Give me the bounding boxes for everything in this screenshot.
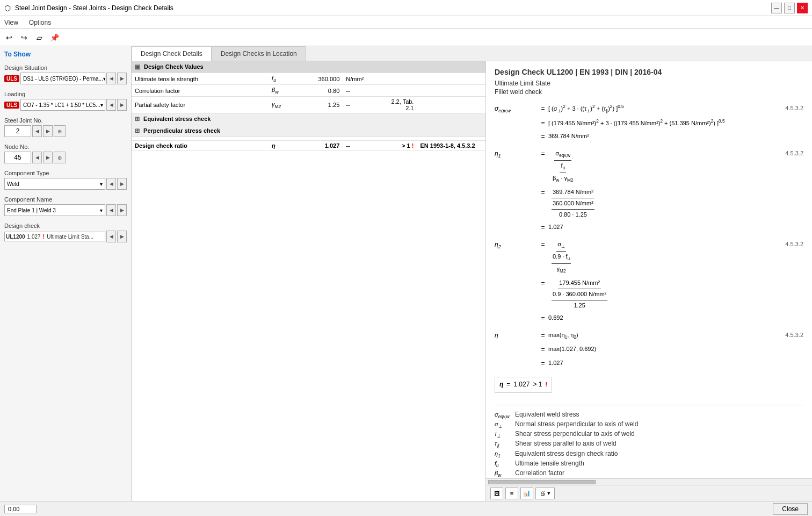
loading-prev[interactable]: ◀	[106, 99, 116, 111]
eta2-inner-val-fraction: 0.9 · 360.000 N/mm² 1.25	[552, 289, 607, 311]
node-no-prev[interactable]: ◀	[32, 152, 42, 163]
sigma-ref: 4.5.3.2	[771, 103, 803, 114]
eta-ref: 4.5.3.2	[771, 330, 803, 341]
right-panel: Design Check UL1200 | EN 1993 | DIN | 20…	[486, 61, 812, 501]
loading-section: Loading ULS CO7 - 1.35 * LC1 + 1.50 * LC…	[4, 91, 127, 113]
menu-options[interactable]: Options	[27, 18, 53, 27]
row-name-corr: Correlation factor	[132, 85, 269, 97]
formula-btn-1[interactable]: 🖼	[490, 488, 503, 499]
node-no-value[interactable]: 45	[4, 152, 31, 163]
design-check-section: Design check UL1200 1.027 ! Ultimate Lim…	[4, 223, 127, 245]
close-button[interactable]: Close	[773, 503, 808, 515]
design-check-value: 1.027	[27, 234, 41, 240]
component-name-next[interactable]: ▶	[117, 204, 127, 216]
eta2-fraction: σ⊥ 0.9 · fu γM2	[549, 239, 573, 276]
joint-no-section: Steel Joint No. 2 ◀ ▶ ⊕	[4, 117, 127, 139]
design-situation-prev[interactable]: ◀	[106, 73, 116, 84]
row-unit-safety: --	[343, 97, 382, 113]
joint-no-prev[interactable]: ◀	[32, 125, 42, 137]
legend-desc-7: Correlation factor	[515, 469, 564, 477]
equiv-expand-icon[interactable]: ⊞	[135, 116, 140, 122]
eta1-inner-val-num: 360.000 N/mm²	[552, 198, 595, 210]
eta-highlighted-label: η	[499, 379, 503, 391]
design-check-next[interactable]: ▶	[117, 231, 127, 242]
ratio-val: 1.027	[297, 141, 343, 151]
design-situation-next[interactable]: ▶	[117, 73, 127, 84]
legend-sym-2: σ⊥	[495, 421, 511, 429]
node-no-control: 45 ◀ ▶ ⊕	[4, 152, 127, 163]
tab-bar: Design Check Details Design Checks in Lo…	[132, 46, 812, 61]
legend-row-2: σ⊥ Normal stress perpendicular to axis o…	[495, 420, 803, 429]
joint-no-pick[interactable]: ⊕	[54, 125, 66, 137]
formula-btn-4[interactable]: 🖨 ▾	[535, 488, 555, 499]
eta1-den: fu βw · γM2	[549, 161, 576, 185]
eta-highlighted-exclamation: !	[545, 379, 547, 390]
sigma-line3: = 369.784 N/mm²	[495, 131, 803, 143]
eta1-inner-fraction: fu βw · γM2	[552, 161, 574, 185]
formula-subtitle1: Ultimate Limit State	[495, 80, 803, 87]
component-type-dropdown[interactable]: Weld ▾	[4, 178, 105, 190]
tab-design-checks-in-location[interactable]: Design Checks in Location	[212, 46, 306, 61]
loading-next[interactable]: ▶	[117, 99, 127, 111]
row-extra-corr	[383, 85, 417, 97]
eta1-block: η1 = σeqv,w fu βw · γM2	[495, 148, 803, 234]
row-ref-corr	[417, 85, 485, 97]
toolbar-forward-button[interactable]: ↪	[17, 31, 31, 45]
design-check-row: UL1200 1.027 ! Ultimate Limit Sta...	[4, 232, 105, 241]
design-check-control: UL1200 1.027 ! Ultimate Limit Sta... ◀ ▶	[4, 231, 127, 242]
node-no-next[interactable]: ▶	[43, 152, 53, 163]
eta1-val-den: 360.000 N/mm² 0.80 · 1.25	[549, 198, 597, 220]
status-bar: 0,00 Close	[0, 501, 812, 516]
section-expand-icon[interactable]: ▣	[135, 63, 140, 70]
node-no-section: Node No. 45 ◀ ▶ ⊕	[4, 144, 127, 166]
toolbar-shape-button[interactable]: ▱	[32, 31, 46, 45]
close-button[interactable]: ✕	[797, 3, 808, 13]
eta-expr1: max(η1, η2)	[548, 330, 771, 342]
component-type-next[interactable]: ▶	[117, 178, 127, 190]
design-situation-dropdown[interactable]: DS1 - ULS (STR/GEO) - Perma... ▾	[20, 73, 105, 84]
design-situation-label: Design Situation	[4, 64, 127, 71]
sigma-line2: = [ (179.455 N/mm²)2 + 3 · ((179.455 N/m…	[495, 118, 803, 130]
legend-desc-5: Equivalent stress design check ratio	[515, 450, 618, 457]
component-name-prev[interactable]: ◀	[106, 204, 116, 216]
eta2-eq2: =	[538, 278, 548, 290]
eta-eq3: =	[538, 358, 548, 370]
eta1-ref: 4.5.3.2	[771, 148, 803, 159]
maximize-button[interactable]: □	[784, 3, 795, 13]
formula-btn-3[interactable]: 📊	[520, 488, 533, 499]
legend-row-7: βw Correlation factor	[495, 469, 803, 478]
loading-dropdown[interactable]: CO7 - 1.35 * LC1 + 1.50 * LC5... ▾	[20, 99, 105, 111]
design-check-id: UL1200	[6, 234, 25, 240]
sigma-eq: =	[538, 103, 548, 115]
node-no-pick[interactable]: ⊕	[54, 152, 66, 163]
joint-no-value[interactable]: 2	[4, 125, 31, 137]
formula-scrollbar[interactable]	[486, 478, 812, 485]
component-name-dropdown[interactable]: End Plate 1 | Weld 3 ▾	[4, 204, 105, 216]
row-sym-safety: γM2	[269, 97, 297, 113]
eta1-fraction-outer: σeqv,w fu βw · γM2	[549, 148, 576, 185]
toolbar-back-button[interactable]: ↩	[2, 31, 16, 45]
design-check-prev[interactable]: ◀	[106, 231, 116, 242]
formula-btn-2[interactable]: ≡	[505, 488, 518, 499]
sigma-eqvw-block: σeqv,w = [ (σ⊥)2 + 3 · ((τ⊥)2 + (τ‖)2) ]…	[495, 103, 803, 143]
minimize-button[interactable]: —	[771, 3, 782, 13]
eta2-inner-fraction: 0.9 · fu γM2	[552, 252, 571, 276]
scrollbar-thumb[interactable]	[488, 480, 596, 484]
component-type-prev[interactable]: ◀	[106, 178, 116, 190]
design-situation-tag: ULS	[4, 75, 19, 82]
row-unit-tensile: N/mm²	[343, 73, 382, 85]
row-sym-tensile: fu	[269, 73, 297, 85]
eta2-block: η2 = σ⊥ 0.9 · fu γM2	[495, 239, 803, 325]
table-row: Ultimate tensile strength fu 360.000 N/m…	[132, 73, 485, 85]
tab-design-check-details[interactable]: Design Check Details	[132, 46, 212, 61]
joint-no-next[interactable]: ▶	[43, 125, 53, 137]
perp-expand-icon[interactable]: ⊞	[135, 127, 140, 134]
loading-label: Loading	[4, 91, 127, 97]
toolbar-pin-button[interactable]: 📌	[47, 31, 61, 45]
table-row-spacer	[132, 137, 485, 141]
eta1-result: 1.027	[548, 222, 803, 233]
eta-line1: η = max(η1, η2) 4.5.3.2	[495, 330, 803, 342]
legend-sym-3: τ⊥	[495, 431, 511, 439]
status-value: 0,00	[4, 505, 37, 513]
menu-view[interactable]: View	[2, 18, 20, 27]
